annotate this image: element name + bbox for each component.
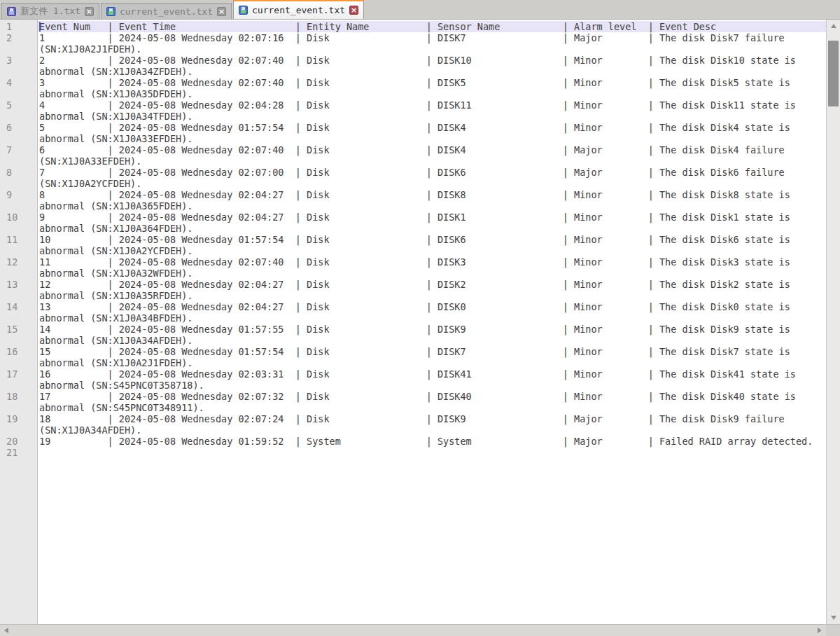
line-number xyxy=(0,380,37,391)
line-number: 6 xyxy=(0,122,37,133)
line-number: 18 xyxy=(0,391,37,402)
line-number xyxy=(0,335,37,346)
save-file-icon xyxy=(7,7,16,16)
line-number: 16 xyxy=(0,346,37,357)
tab-new-file[interactable]: 新文件 1.txt × xyxy=(1,3,99,19)
line-number: 9 xyxy=(0,189,37,200)
scroll-down-icon[interactable] xyxy=(831,616,836,620)
line-number xyxy=(0,200,37,212)
save-file-icon xyxy=(106,7,115,16)
line-number: 7 xyxy=(0,144,37,155)
line-number xyxy=(0,133,37,144)
editor-area: 123456789101112131415161718192021 Event … xyxy=(0,20,840,624)
line-number: 8 xyxy=(0,167,37,178)
tab-label: 新文件 1.txt xyxy=(20,5,80,18)
tab-current-event-2-active[interactable]: current_event.txt × xyxy=(233,0,364,19)
horizontal-scrollbar[interactable] xyxy=(0,624,840,636)
text-content[interactable]: Event Num | Event Time | Entity Name | S… xyxy=(38,20,826,447)
line-number xyxy=(0,402,37,413)
line-number xyxy=(0,178,37,189)
tab-label: current_event.txt xyxy=(120,6,213,17)
line-number xyxy=(0,357,37,368)
close-icon[interactable]: × xyxy=(217,7,226,16)
line-number: 20 xyxy=(0,436,37,447)
line-number: 2 xyxy=(0,32,37,43)
line-number xyxy=(0,66,37,77)
line-number: 3 xyxy=(0,55,37,66)
line-number: 17 xyxy=(0,368,37,380)
scroll-left-icon[interactable] xyxy=(4,628,8,633)
scrollbar-corner xyxy=(826,625,840,636)
line-number: 13 xyxy=(0,279,37,290)
line-number: 14 xyxy=(0,301,37,312)
line-number: 15 xyxy=(0,324,37,335)
line-number xyxy=(0,223,37,234)
line-number xyxy=(0,312,37,324)
line-number: 11 xyxy=(0,234,37,245)
line-number: 5 xyxy=(0,99,37,111)
save-file-icon xyxy=(239,6,248,15)
tab-bar: 新文件 1.txt × current_event.txt × current_… xyxy=(0,0,840,20)
line-number xyxy=(0,88,37,99)
text-caret xyxy=(39,22,41,32)
line-number: 21 xyxy=(0,447,37,458)
line-number: 10 xyxy=(0,212,37,223)
close-icon[interactable]: × xyxy=(349,6,358,15)
line-number xyxy=(0,43,37,55)
line-number-gutter: 123456789101112131415161718192021 xyxy=(0,20,38,624)
line-number xyxy=(0,268,37,279)
vertical-scrollbar[interactable] xyxy=(826,20,840,624)
vertical-scrollbar-thumb[interactable] xyxy=(828,41,839,106)
scroll-up-icon[interactable] xyxy=(831,24,836,28)
text-editor-window: 新文件 1.txt × current_event.txt × current_… xyxy=(0,0,840,636)
scroll-right-icon[interactable] xyxy=(818,628,822,633)
line-number xyxy=(0,111,37,122)
line-number: 19 xyxy=(0,413,37,424)
line-number xyxy=(0,290,37,301)
tab-label: current_event.txt xyxy=(252,5,345,15)
text-pane[interactable]: Event Num | Event Time | Entity Name | S… xyxy=(38,20,826,624)
line-number: 12 xyxy=(0,256,37,268)
tab-current-event-1[interactable]: current_event.txt × xyxy=(101,3,232,19)
line-number: 4 xyxy=(0,77,37,88)
line-number xyxy=(0,155,37,167)
line-number: 1 xyxy=(0,21,37,32)
line-number xyxy=(0,424,37,436)
line-number xyxy=(0,245,37,256)
close-icon[interactable]: × xyxy=(85,7,94,16)
